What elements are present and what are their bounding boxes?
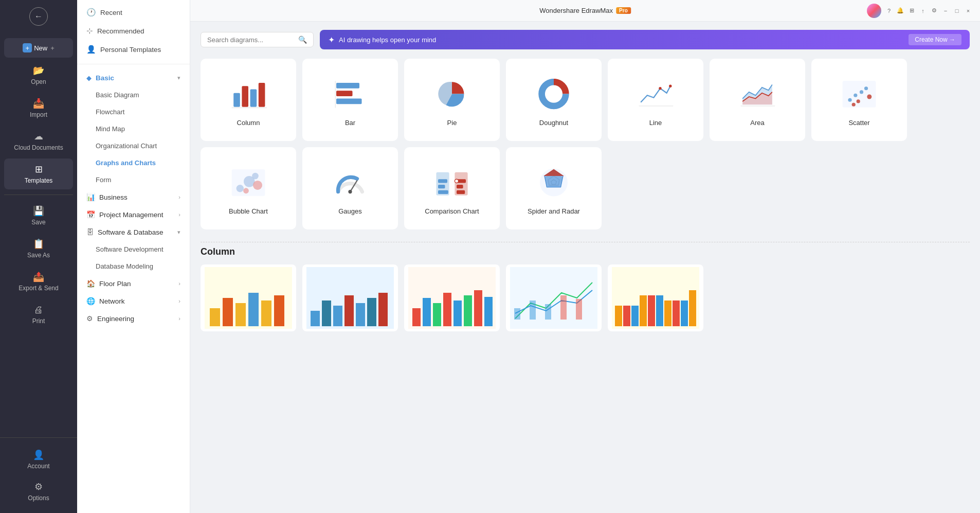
sidebar-item-account[interactable]: 👤 Account	[4, 444, 73, 475]
nav-item-personal[interactable]: 👤 Personal Templates	[77, 40, 190, 59]
recent-label: Recent	[100, 9, 122, 16]
sidebar: ← + New + 📂 Open 📥 Import ☁ Cloud Docume…	[0, 0, 77, 513]
svg-rect-89	[681, 300, 688, 326]
spider-icon	[533, 162, 574, 203]
nav-category-business[interactable]: 📊 Business ›	[77, 188, 190, 206]
account-icon: 👤	[33, 449, 44, 461]
back-button[interactable]: ←	[29, 7, 48, 26]
chart-card-line[interactable]: Line	[608, 59, 703, 141]
bar-icon	[330, 74, 371, 115]
nav-divider	[77, 64, 190, 64]
svg-rect-66	[412, 308, 421, 326]
open-icon: 📂	[33, 65, 44, 76]
bubble-label: Bubble Chart	[229, 207, 268, 215]
chart-type-grid: Column Bar	[201, 59, 970, 229]
business-label: Business	[99, 193, 128, 201]
template-card-1[interactable]	[201, 264, 296, 331]
nav-category-project[interactable]: 📅 Project Management ›	[77, 206, 190, 223]
nav-item-recommended[interactable]: ⊹ Recommended	[77, 22, 190, 40]
nav-item-basic-diagram[interactable]: Basic Diagram	[77, 86, 190, 103]
template-thumb-2	[303, 265, 397, 331]
chart-card-comparison[interactable]: Comparison Chart	[404, 147, 500, 229]
comparison-label: Comparison Chart	[425, 207, 479, 215]
svg-point-29	[253, 180, 262, 189]
chart-card-column[interactable]: Column	[201, 59, 296, 141]
template-thumb-1	[201, 265, 296, 331]
mindmap-label: Mind Map	[96, 125, 125, 133]
sidebar-item-open[interactable]: 📂 Open	[4, 60, 73, 91]
nav-item-form[interactable]: Form	[77, 171, 190, 188]
create-now-button[interactable]: Create Now →	[909, 34, 961, 45]
sidebar-item-export[interactable]: 📤 Export & Send	[4, 266, 73, 297]
network-chevron: ›	[178, 298, 180, 304]
software-dev-label: Software Development	[96, 245, 164, 253]
floorplan-label: Floor Plan	[99, 280, 131, 288]
ai-banner[interactable]: ✦ AI drawing helps open your mind Create…	[320, 30, 970, 49]
nav-category-software[interactable]: 🗄 Software & Database ▾	[77, 223, 190, 241]
nav-item-orgchart[interactable]: Organizational Chart	[77, 137, 190, 154]
basic-label: Basic	[96, 74, 114, 82]
template-card-4[interactable]	[506, 264, 602, 331]
template-card-2[interactable]	[302, 264, 398, 331]
help-button[interactable]: ?	[885, 7, 893, 14]
community-button[interactable]: ⊞	[908, 7, 915, 14]
sidebar-item-save[interactable]: 💾 Save	[4, 200, 73, 231]
sidebar-item-new[interactable]: + New +	[4, 38, 73, 58]
search-box[interactable]: 🔍	[201, 32, 314, 47]
chart-card-spider[interactable]: Spider and Radar	[506, 147, 602, 229]
chart-card-bubble[interactable]: Bubble Chart	[201, 147, 296, 229]
gauges-icon	[330, 162, 371, 203]
divider	[4, 194, 73, 195]
svg-rect-51	[210, 308, 220, 326]
settings-button[interactable]: ⚙	[931, 7, 938, 14]
minimize-button[interactable]: −	[942, 7, 949, 14]
share-button[interactable]: ↑	[919, 7, 927, 14]
sidebar-item-import[interactable]: 📥 Import	[4, 93, 73, 123]
nav-category-engineering[interactable]: ⚙ Engineering ›	[77, 310, 190, 327]
import-label: Import	[30, 111, 47, 118]
nav-category-basic[interactable]: ◆ Basic ▾	[77, 69, 190, 86]
print-label: Print	[32, 317, 45, 325]
chart-card-scatter[interactable]: Scatter	[811, 59, 907, 141]
svg-point-11	[659, 87, 661, 90]
nav-item-database[interactable]: Database Modeling	[77, 258, 190, 275]
svg-rect-17	[843, 81, 876, 107]
chart-card-area[interactable]: Area	[710, 59, 805, 141]
chart-card-bar[interactable]: Bar	[302, 59, 398, 141]
options-icon: ⚙	[34, 481, 43, 492]
template-grid	[201, 264, 970, 331]
chart-card-gauges[interactable]: Gauges	[302, 147, 398, 229]
search-ai-bar: 🔍 ✦ AI drawing helps open your mind Crea…	[201, 30, 970, 49]
nav-item-software-dev[interactable]: Software Development	[77, 241, 190, 258]
avatar[interactable]	[867, 4, 881, 18]
search-input[interactable]	[207, 36, 294, 44]
nav-item-mindmap[interactable]: Mind Map	[77, 120, 190, 137]
nav-item-graphs[interactable]: Graphs and Charts	[77, 154, 190, 171]
svg-rect-85	[648, 295, 655, 326]
maximize-button[interactable]: □	[953, 7, 960, 14]
svg-rect-58	[311, 311, 320, 326]
section-title: Column	[201, 242, 970, 257]
notification-button[interactable]: 🔔	[897, 7, 904, 14]
sidebar-item-cloud[interactable]: ☁ Cloud Documents	[4, 126, 73, 156]
close-button[interactable]: ×	[965, 7, 972, 14]
pie-label: Pie	[447, 119, 457, 127]
template-card-5[interactable]	[608, 264, 703, 331]
template-card-3[interactable]	[404, 264, 500, 331]
orgchart-label: Organizational Chart	[96, 142, 157, 150]
sidebar-item-options[interactable]: ⚙ Options	[4, 476, 73, 507]
sidebar-item-saveas[interactable]: 📋 Save As	[4, 233, 73, 264]
sidebar-item-print[interactable]: 🖨 Print	[4, 299, 73, 330]
chart-card-pie[interactable]: Pie	[404, 59, 500, 141]
flowchart-label: Flowchart	[96, 108, 124, 116]
nav-item-flowchart[interactable]: Flowchart	[77, 103, 190, 120]
area-icon	[737, 74, 778, 115]
new-label: New	[34, 44, 47, 52]
floorplan-chevron: ›	[178, 280, 180, 287]
chart-card-doughnut[interactable]: Doughnut	[506, 59, 602, 141]
import-icon: 📥	[33, 98, 44, 109]
nav-category-network[interactable]: 🌐 Network ›	[77, 292, 190, 310]
nav-category-floorplan[interactable]: 🏠 Floor Plan ›	[77, 275, 190, 292]
sidebar-item-templates[interactable]: ⊞ Templates	[4, 158, 73, 189]
nav-item-recent[interactable]: 🕐 Recent	[77, 3, 190, 22]
